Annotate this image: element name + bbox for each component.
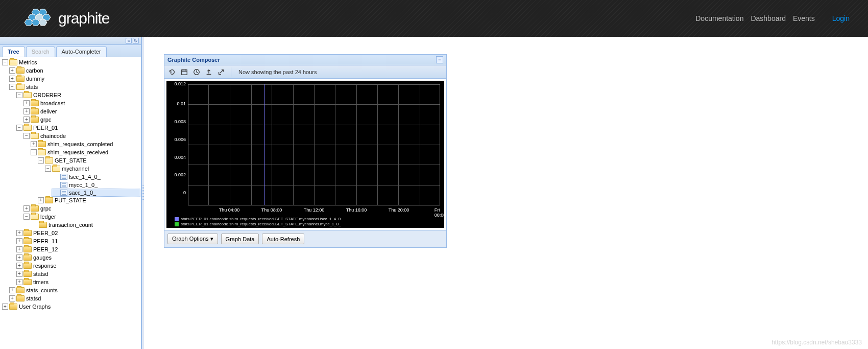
tree-putstate[interactable]: PUT_STATE — [38, 196, 140, 204]
y-tick: 0.01 — [177, 101, 186, 106]
nav-dashboard[interactable]: Dashboard — [751, 14, 786, 22]
expander-plus-icon[interactable] — [23, 205, 30, 212]
tree-timers[interactable]: timers — [16, 278, 140, 286]
plot-area — [188, 84, 440, 205]
collapse-left-icon[interactable]: « — [126, 38, 132, 44]
brand-name: graphite — [58, 10, 109, 27]
tree-response[interactable]: response — [16, 262, 140, 270]
tab-search[interactable]: Search — [26, 46, 55, 57]
expander-minus-icon[interactable] — [23, 214, 30, 220]
folder-icon — [31, 117, 39, 123]
upload-icon[interactable] — [204, 67, 213, 77]
nav-events[interactable]: Events — [793, 14, 815, 22]
tree-root-metrics[interactable]: Metrics — [2, 58, 140, 66]
tree-user-graphs[interactable]: User Graphs — [2, 303, 140, 311]
tree-shim-received[interactable]: shim_requests_received — [31, 148, 140, 156]
tree-ledger[interactable]: ledger — [23, 213, 140, 221]
grid-line — [398, 84, 399, 205]
expander-none-icon — [31, 222, 38, 228]
nav-docs[interactable]: Documentation — [695, 14, 743, 22]
tree-txcount[interactable]: transaction_count — [31, 221, 140, 229]
clock-icon[interactable] — [192, 67, 201, 77]
tree-statsd[interactable]: statsd — [16, 270, 140, 278]
folder-icon — [45, 197, 53, 203]
tree-orderer[interactable]: ORDERER — [16, 91, 140, 99]
tree-mycc[interactable]: mycc_1_0_ — [52, 181, 140, 189]
expander-plus-icon[interactable] — [23, 100, 30, 106]
tree-shim-completed[interactable]: shim_requests_completed — [31, 140, 140, 148]
folder-icon — [9, 304, 17, 310]
refresh-icon[interactable] — [167, 67, 177, 77]
tree-stats-counts[interactable]: stats_counts — [9, 286, 140, 294]
expander-minus-icon[interactable] — [2, 59, 8, 65]
graphite-composer-panel: Graphite Composer − Now showing the past… — [164, 54, 447, 248]
tree-peer01[interactable]: PEER_01 — [16, 124, 140, 132]
tree-carbon[interactable]: carbon — [9, 66, 140, 75]
tab-tree[interactable]: Tree — [2, 46, 25, 57]
tree-broadcast[interactable]: broadcast — [23, 99, 140, 107]
tree-statsd2[interactable]: statsd — [9, 294, 140, 303]
tree-peer12[interactable]: PEER_12 — [16, 245, 140, 253]
expander-plus-icon[interactable] — [16, 279, 22, 285]
expander-plus-icon[interactable] — [16, 238, 22, 244]
expander-minus-icon[interactable] — [31, 149, 37, 155]
y-tick: 0.008 — [174, 119, 186, 124]
login-link[interactable]: Login — [832, 14, 850, 22]
expander-plus-icon[interactable] — [31, 141, 37, 147]
tab-auto-completer[interactable]: Auto-Completer — [56, 46, 107, 57]
expander-plus-icon[interactable] — [16, 230, 22, 236]
tree-stats[interactable]: stats — [9, 83, 140, 91]
expander-minus-icon[interactable] — [9, 84, 15, 90]
y-tick: 0.012 — [174, 81, 186, 86]
folder-open-icon — [23, 125, 32, 131]
tree-deliver[interactable]: deliver — [23, 107, 140, 115]
expander-plus-icon[interactable] — [23, 108, 30, 114]
auto-refresh-button[interactable]: Auto-Refresh — [262, 234, 304, 244]
panel-header: Graphite Composer − — [164, 55, 446, 65]
svg-rect-8 — [182, 69, 187, 75]
folder-icon — [23, 263, 32, 269]
expander-plus-icon[interactable] — [23, 117, 30, 123]
tree-lscc[interactable]: lscc_1_4_0_ — [52, 173, 140, 181]
logo: graphite — [23, 8, 109, 29]
expander-plus-icon[interactable] — [9, 76, 15, 82]
grid-line — [208, 84, 209, 205]
tree-sacc[interactable]: sacc_1_0_ — [52, 189, 140, 197]
folder-icon — [16, 287, 25, 293]
expander-plus-icon[interactable] — [9, 287, 15, 293]
expander-minus-icon[interactable] — [45, 166, 51, 172]
graph-data-button[interactable]: Graph Data — [221, 234, 259, 244]
folder-icon — [31, 108, 39, 114]
collapse-panel-icon[interactable]: − — [436, 56, 443, 63]
expander-minus-icon[interactable] — [16, 92, 22, 98]
expander-plus-icon[interactable] — [16, 271, 22, 277]
expander-plus-icon[interactable] — [2, 304, 8, 310]
panel-title: Graphite Composer — [167, 57, 220, 63]
tree-dummy[interactable]: dummy — [9, 75, 140, 83]
expander-plus-icon[interactable] — [16, 254, 22, 261]
tree-peer02[interactable]: PEER_02 — [16, 229, 140, 237]
tree-peer11[interactable]: PEER_11 — [16, 237, 140, 245]
expander-plus-icon[interactable] — [16, 246, 22, 252]
tree-gauges[interactable]: gauges — [16, 253, 140, 262]
graph-options-button[interactable]: Graph Options ▾ — [167, 234, 218, 244]
share-icon[interactable] — [216, 67, 226, 77]
tree-grpc-peer[interactable]: grpc — [23, 204, 140, 213]
expander-plus-icon[interactable] — [9, 67, 15, 74]
sidebar-tabs: Tree Search Auto-Completer — [0, 45, 141, 57]
watermark: https://blog.csdn.net/shebao3333 — [771, 339, 862, 346]
expander-minus-icon[interactable] — [16, 125, 22, 131]
expander-minus-icon[interactable] — [23, 133, 30, 139]
expander-plus-icon[interactable] — [38, 197, 44, 203]
expander-plus-icon[interactable] — [16, 263, 22, 269]
calendar-icon[interactable] — [180, 67, 189, 77]
refresh-tree-icon[interactable]: ↻ — [133, 38, 139, 44]
expander-minus-icon[interactable] — [38, 157, 44, 164]
tree-chaincode[interactable]: chaincode — [23, 132, 140, 140]
sidebar: « ↻ Tree Search Auto-Completer Metrics c… — [0, 37, 141, 349]
expander-plus-icon[interactable] — [9, 295, 15, 301]
tree-grpc-orderer[interactable]: grpc — [23, 115, 140, 124]
tree-getstate[interactable]: GET_STATE — [38, 156, 140, 165]
tree-mychannel[interactable]: mychannel — [45, 165, 140, 173]
toolbar-separator — [231, 67, 231, 77]
